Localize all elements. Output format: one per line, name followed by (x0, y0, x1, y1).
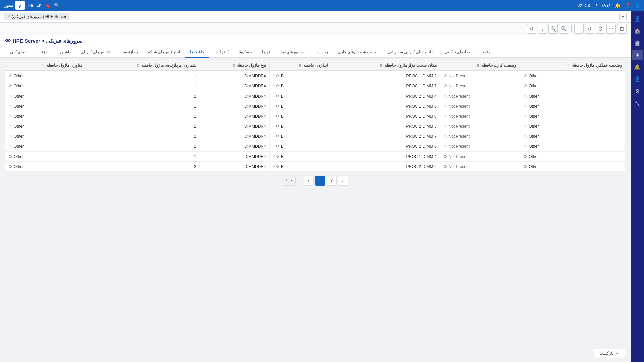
cell-processor-8: 1 (86, 152, 200, 162)
col-operational-status[interactable]: وضعیت عملکرد ماژول حافظه ⇅ (520, 60, 625, 71)
tab-rokhdad-tarkibi[interactable]: رخدادهای ترکیبی (440, 47, 477, 58)
col-processor-num[interactable]: شماره‌ی پردازنده‌ی ماژول حافظه ⇅ (86, 60, 200, 71)
bell-icon[interactable]: 🔔 (614, 2, 621, 8)
sidebar: 👤 🏠 📋 ⊞ 🔔 👤 ⚙ 🔧 (631, 11, 644, 362)
cell-operational-status-1: Other ⟳ (520, 81, 625, 91)
per-page-select[interactable]: • ۱۰ (283, 176, 295, 186)
tab-dashboard[interactable]: داشبورد (53, 47, 76, 58)
lang-fa[interactable]: Fa (28, 3, 33, 8)
cell-card-status-5: Not Present ⟳ (440, 121, 520, 131)
cell-category-2: Other ⟳ (5, 91, 86, 101)
search-icon-topbar[interactable]: 🔍 (54, 2, 60, 8)
new-tab-button[interactable]: + (619, 13, 627, 20)
cell-location-0: PROC 1 DIMM 2 (331, 71, 440, 81)
main-layout: 👤 🏠 📋 ⊞ 🔔 👤 ⚙ 🔧 + HPE Server (سرورهای فی… (0, 11, 644, 362)
sidebar-item-grid[interactable]: ⊞ (632, 50, 643, 60)
cell-icon-cat-0: ⟳ (9, 73, 12, 78)
topbar-right: 🔍 🔖 En Fa م معین (3, 1, 60, 10)
col-location[interactable]: مکان سخت‌افزار ماژول حافظه ⇅ (331, 60, 440, 71)
cell-operational-status-7: Other ⟳ (520, 141, 625, 152)
topbar-left: 👤 ❓ 🔔 ۱۴۰۰/۸/۱۸ ۱۶:۴۱:۱۵ (576, 2, 641, 8)
close-tab-icon[interactable]: ✕ (7, 14, 10, 19)
tab-interface-shabake[interactable]: اینترفیس‌های شبکه (143, 47, 185, 58)
sidebar-item-home[interactable]: 🏠 (632, 25, 643, 36)
sidebar-item-settings[interactable]: ⚙ (632, 86, 643, 97)
cell-card-status-8: Not Present ⟳ (440, 152, 520, 162)
page-btn-2[interactable]: ۲ (327, 176, 337, 186)
sidebar-item-list[interactable]: 📋 (632, 38, 643, 48)
toolbar-search-btn[interactable]: 🔍 (559, 24, 568, 34)
tab-hafezeh[interactable]: حافظه‌ها (185, 47, 209, 58)
cell-icon-size-1: ⟳ (276, 83, 280, 88)
cell-size-dot-2: • (273, 94, 275, 99)
back-icon: → (615, 351, 620, 356)
back-button[interactable]: → بازگشت (594, 349, 625, 358)
cell-icon-card-5: ⟳ (444, 124, 447, 129)
cell-icon-size-0: ⟳ (276, 73, 280, 78)
cell-operational-status-3: Other ⟳ (520, 101, 625, 111)
page-btn-1[interactable]: ۱ (315, 176, 325, 186)
toolbar-refresh-btn[interactable]: ↺ (585, 24, 594, 34)
sidebar-item-tools[interactable]: 🔧 (632, 98, 643, 109)
lang-en[interactable]: En (36, 3, 41, 8)
cell-icon-cat-1: ⟳ (9, 83, 12, 88)
cell-icon-size-5: ⟳ (276, 124, 280, 129)
cell-type-7: DIMMDDR4 (200, 141, 269, 152)
cell-size-1: B ⟳ • (269, 81, 331, 91)
tab-manabe[interactable]: منابع (478, 47, 495, 58)
cell-size-dot-9: • (273, 164, 275, 169)
sidebar-item-notifications[interactable]: 🔔 (632, 62, 643, 72)
toolbar-reload-btn[interactable]: ↺ (527, 24, 536, 34)
col-card-status[interactable]: وضعیت کارت حافظه ⇅ (440, 60, 520, 71)
cell-card-status-6: Not Present ⟳ (440, 131, 520, 141)
bookmark-icon-topbar[interactable]: 🔖 (45, 2, 51, 8)
tab-joziyat[interactable]: جزئیات (31, 47, 52, 58)
cell-card-status-1: Not Present ⟳ (440, 81, 520, 91)
tab-fan[interactable]: فن‌ها (257, 47, 275, 58)
cell-location-3: PROC 1 DIMM 6 (331, 101, 440, 111)
time-display: ۱۶:۴۱:۱۵ (576, 3, 590, 8)
toolbar-clock-btn[interactable]: ⏱ (596, 24, 605, 34)
sidebar-item-user[interactable]: 👤 (632, 13, 643, 24)
toolbar-zoom-btn[interactable]: 🔍 (548, 24, 558, 34)
logo-icon: م (15, 1, 25, 10)
cell-icon-card-0: ⟳ (444, 73, 447, 78)
table-row: Other ⟳ Not Present ⟳ PROC 2 DIMM 6 B ⟳ … (5, 141, 625, 152)
tab-controller[interactable]: کنترلرها (210, 47, 233, 58)
tab-sensor-dama[interactable]: سنسورهای دما (276, 47, 310, 58)
tab-list-shaakhes[interactable]: لیست شاخص‌های کاری (333, 47, 382, 58)
toolbar-sort-btn[interactable]: ↕ (538, 24, 547, 34)
tab-disk[interactable]: دیسک‌ها (234, 47, 257, 58)
col-category[interactable]: فناوری ماژول حافظه ⇅ (5, 60, 86, 71)
help-icon[interactable]: ❓ (625, 2, 631, 8)
col-type[interactable]: نوع ماژول حافظه ⇅ (200, 60, 269, 71)
user-icon[interactable]: 👤 (635, 2, 641, 8)
cell-size-dot-1: • (273, 84, 275, 88)
cell-location-9: PROC 2 DIMM 2 (331, 162, 440, 172)
toolbar-forward-btn[interactable]: → (574, 24, 584, 34)
sidebar-item-profile[interactable]: 👤 (632, 74, 643, 84)
tab-pardazandeh[interactable]: پردازنده‌ها (117, 47, 143, 58)
main-content: + HPE Server (سرورهای فیزیکی) ✕ ⊞ ↩ ⏱ ↺ … (0, 11, 631, 362)
tab-namaykoli[interactable]: نمای کلی (5, 47, 30, 58)
cell-icon-card-2: ⟳ (444, 94, 447, 99)
prev-page-btn[interactable]: ‹ (338, 176, 348, 186)
cell-category-7: Other ⟳ (5, 141, 86, 152)
cell-location-5: PROC 2 DIMM 3 (331, 121, 440, 131)
cell-card-status-9: Not Present ⟳ (440, 162, 520, 172)
tab-rokhdad[interactable]: رخدادها (311, 47, 333, 58)
toolbar-back-btn[interactable]: ↩ (606, 24, 616, 34)
next-page-btn[interactable]: › (304, 176, 314, 186)
cell-category-5: Other ⟳ (5, 121, 86, 131)
cell-processor-3: 1 (86, 101, 200, 111)
page-title: سرورهای فیزیکی < HPE Server 👁 (5, 38, 83, 44)
toolbar-grid-btn[interactable]: ⊞ (617, 24, 627, 34)
cell-category-3: Other ⟳ (5, 101, 86, 111)
tab-shaakhes-sefareshi[interactable]: شاخص‌های کارایی سفارشی (383, 47, 439, 58)
tab-shaakhes-karayi[interactable]: شاخص‌های کاربای (76, 47, 116, 58)
date-display: ۱۴۰۰/۸/۱۸ (594, 3, 610, 8)
active-tab[interactable]: HPE Server (سرورهای فیزیکی) ✕ (4, 13, 70, 20)
pagination: ‹ ۲ ۱ › • ۱۰ (5, 172, 625, 190)
cell-size-7: B ⟳ • (269, 141, 331, 152)
col-size[interactable]: اندازه‌ی حافظه ⇅ (269, 60, 331, 71)
